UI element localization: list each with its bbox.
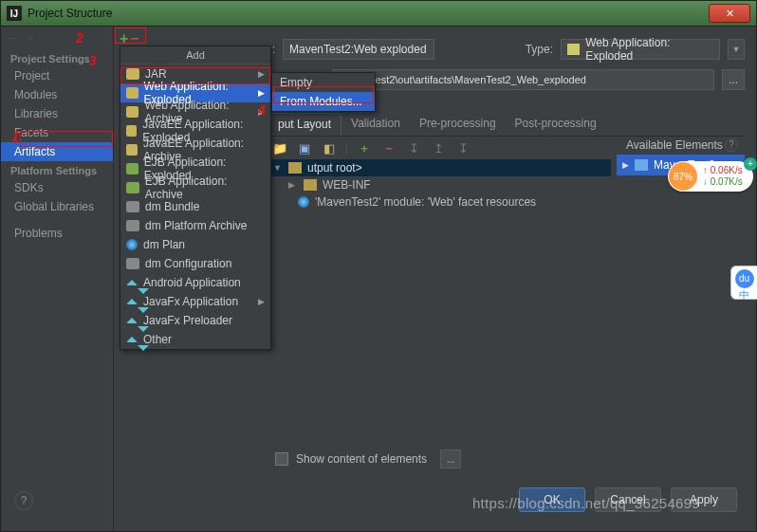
sidebar-item-libraries[interactable]: Libraries	[1, 104, 113, 123]
name-type-row: e: MavenTest2:Web exploded Type: Web App…	[266, 38, 745, 61]
add-menu-item[interactable]: dm Platform Archive	[120, 216, 270, 235]
sidebar-item-modules[interactable]: Modules	[1, 85, 113, 104]
speed-up: 0.06K/s	[711, 165, 743, 175]
menu-item-icon	[126, 312, 138, 323]
submenu-arrow-icon: ▶	[258, 69, 265, 79]
add-menu-item[interactable]: dm Plan	[120, 235, 270, 254]
submenu-arrow-icon: ▶	[258, 107, 265, 117]
du-lang: 中	[731, 288, 757, 303]
sidebar-item-problems[interactable]: Problems	[1, 224, 113, 243]
menu-item-label: dm Bundle	[145, 200, 199, 213]
menu-item-label: Other	[143, 333, 172, 346]
cancel-button[interactable]: Cancel	[595, 487, 661, 512]
facet-resources-label: 'MavenTest2' module: 'Web' facet resourc…	[315, 195, 536, 209]
ok-button[interactable]: OK	[519, 487, 585, 512]
output-dir-row: MavenTest2\out\artifacts\MavenTest2_Web_…	[332, 68, 745, 91]
dialog-content: ← → Project Settings Project Modules Lib…	[0, 27, 757, 532]
menu-item-label: dm Plan	[143, 238, 185, 251]
apply-button[interactable]: Apply	[671, 487, 737, 512]
menu-item-icon	[126, 220, 139, 231]
output-layout-tree[interactable]: ▼ utput root> ▶ WEB-INF 'MavenTest2' mod…	[268, 159, 611, 446]
tree-node-web-inf[interactable]: ▶ WEB-INF	[268, 176, 611, 193]
menu-item-icon	[126, 182, 139, 193]
sidebar-item-project[interactable]: Project	[1, 66, 113, 85]
sidebar: ← → Project Settings Project Modules Lib…	[1, 27, 114, 531]
add-copy-icon[interactable]: +	[356, 139, 373, 156]
tab-pre-processing[interactable]: Pre-processing	[410, 113, 506, 136]
available-help-icon[interactable]: ?	[725, 138, 738, 152]
tab-validation[interactable]: Validation	[342, 113, 410, 136]
artifact-type-icon	[567, 44, 580, 55]
du-badge[interactable]: du 中	[730, 266, 757, 300]
expand-icon[interactable]: ▼	[273, 163, 283, 173]
add-menu-item[interactable]: EJB Application: Archive	[120, 178, 270, 197]
output-root-label: utput root>	[307, 161, 362, 174]
titlebar: IJ Project Structure ✕	[0, 0, 757, 27]
add-menu-title: Add	[120, 46, 270, 64]
sidebar-item-facets[interactable]: Facets	[1, 123, 113, 142]
speed-widget[interactable]: 87% ↑ 0.06K/s ↓ 0.07K/s +	[668, 161, 753, 192]
sidebar-item-sdks[interactable]: SDKs	[1, 178, 113, 197]
window-title: Project Structure	[28, 7, 112, 20]
sidebar-item-global-libraries[interactable]: Global Libraries	[1, 197, 113, 216]
tab-post-processing[interactable]: Post-processing	[506, 113, 606, 136]
menu-item-label: JavaFx Preloader	[143, 314, 232, 327]
sidebar-section-project-settings: Project Settings	[1, 49, 113, 66]
tree-node-facet-resources[interactable]: 'MavenTest2' module: 'Web' facet resourc…	[268, 193, 611, 211]
menu-item-icon	[126, 106, 138, 118]
submenu-item[interactable]: From Modules...	[272, 92, 375, 111]
app-icon: IJ	[7, 6, 22, 21]
show-content-ellipsis-button[interactable]: ...	[440, 449, 461, 468]
add-menu-item[interactable]: Android Application	[120, 273, 270, 292]
sidebar-item-artifacts[interactable]: Artifacts	[1, 142, 113, 161]
show-content-row: Show content of elements ...	[275, 449, 461, 468]
type-label: Type:	[526, 43, 553, 56]
nav-fwd-icon[interactable]: →	[24, 31, 35, 45]
add-menu-item[interactable]: dm Configuration	[120, 254, 270, 273]
expand-icon[interactable]: ↥	[430, 139, 447, 156]
tree-node-output-root[interactable]: ▼ utput root>	[268, 159, 611, 176]
output-dir-field[interactable]: MavenTest2\out\artifacts\MavenTest2_Web_…	[332, 69, 714, 90]
submenu-item[interactable]: Empty	[272, 73, 375, 92]
web-inf-label: WEB-INF	[323, 178, 371, 192]
add-menu-item[interactable]: Other	[120, 330, 270, 349]
show-content-checkbox[interactable]	[275, 452, 288, 466]
new-archive-icon[interactable]: ▣	[296, 139, 313, 156]
expand-icon[interactable]: ▶	[288, 180, 298, 190]
output-root-icon	[288, 162, 302, 174]
output-dir-browse-button[interactable]: ...	[722, 69, 745, 90]
window-close-button[interactable]: ✕	[709, 4, 750, 23]
menu-item-label: JavaFx Application	[143, 295, 238, 308]
submenu-arrow-icon: ▶	[258, 297, 265, 306]
speed-add-icon[interactable]: +	[744, 157, 757, 171]
help-button[interactable]: ?	[14, 491, 33, 510]
collapse-icon[interactable]: ↧	[454, 139, 471, 156]
new-folder-icon[interactable]: 📁	[271, 139, 288, 156]
artifact-type-dropdown-icon[interactable]: ▼	[728, 39, 745, 60]
remove-icon[interactable]: −	[380, 139, 397, 156]
artifact-name-field[interactable]: MavenTest2:Web exploded	[283, 39, 434, 60]
add-menu-item[interactable]: JavaFx Application▶	[120, 292, 270, 311]
expand-icon[interactable]: ▶	[622, 160, 629, 170]
nav-back-icon[interactable]: ←	[7, 31, 18, 45]
menu-item-icon	[126, 293, 138, 304]
menu-item-icon	[126, 239, 138, 250]
available-elements-label: Available Elements	[626, 138, 723, 152]
menu-item-label: JAR	[145, 67, 167, 81]
menu-item-label: dm Platform Archive	[145, 219, 247, 232]
sort-icon[interactable]: ↧	[405, 139, 422, 156]
speed-stats: ↑ 0.06K/s ↓ 0.07K/s	[703, 165, 743, 188]
tab-output-layout[interactable]: put Layout	[268, 113, 342, 136]
main-panel: + − e: MavenTest2:Web exploded Type: Web…	[114, 27, 756, 531]
add-menu-item[interactable]: JavaFx Preloader	[120, 311, 270, 330]
add-artifact-menu: Add JAR▶Web Application: Exploded▶Web Ap…	[120, 46, 271, 350]
new-dir-icon[interactable]: ◧	[321, 139, 338, 156]
artifact-name-value: MavenTest2:Web exploded	[289, 43, 427, 56]
artifact-type-field[interactable]: Web Application: Exploded	[561, 39, 720, 60]
module-icon	[635, 159, 648, 171]
speed-down: 0.07K/s	[711, 176, 743, 187]
layout-toolbar: 📁 ▣ ◧ | + − ↧ ↥ ↧	[268, 137, 533, 159]
menu-item-icon	[126, 274, 138, 285]
add-menu-item[interactable]: dm Bundle	[120, 197, 270, 216]
menu-item-label: Android Application	[143, 276, 241, 289]
